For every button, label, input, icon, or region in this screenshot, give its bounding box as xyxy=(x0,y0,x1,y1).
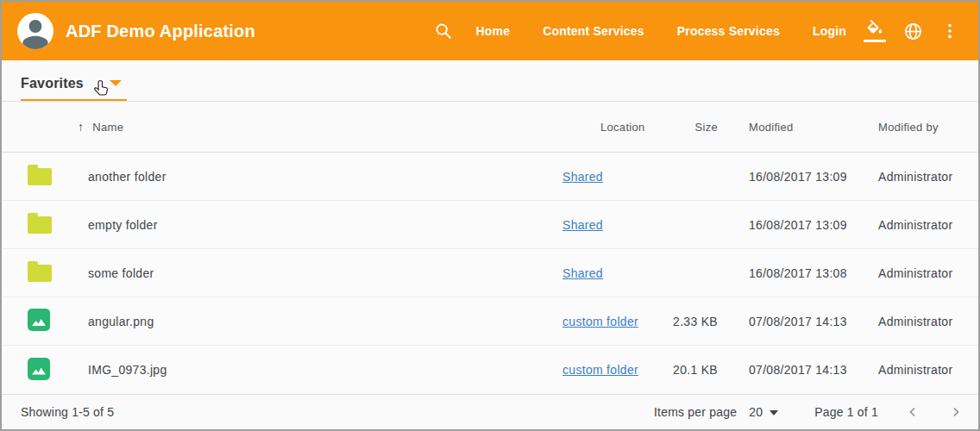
modified-date: 07/08/2017 14:13 xyxy=(725,315,878,328)
file-name: another folder xyxy=(88,170,562,184)
modified-by: Administrator xyxy=(878,266,978,280)
app-window: ADF Demo Application Home Content Servic… xyxy=(0,0,980,431)
location-link[interactable]: custom folder xyxy=(562,315,638,328)
globe-icon xyxy=(903,22,923,41)
theme-color-underline xyxy=(864,40,886,42)
file-size: 2.33 KB xyxy=(673,315,725,328)
location-link[interactable]: custom folder xyxy=(562,363,638,377)
nav-item-login[interactable]: Login xyxy=(813,24,846,38)
previous-page-button[interactable] xyxy=(904,403,921,421)
file-name: angular.png xyxy=(88,315,562,328)
table-row[interactable]: angular.png custom folder 2.33 KB 07/08/… xyxy=(2,297,978,346)
table-row[interactable]: empty folder Shared 16/08/2017 13:09 Adm… xyxy=(2,201,978,249)
modified-date: 07/08/2017 14:13 xyxy=(725,363,878,377)
items-per-page-value: 20 xyxy=(749,405,763,419)
showing-count-label: Showing 1-5 of 5 xyxy=(21,405,114,419)
modified-date: 16/08/2017 13:08 xyxy=(725,266,878,280)
app-title: ADF Demo Application xyxy=(66,22,255,41)
favorites-dropdown[interactable]: Favorites xyxy=(21,76,127,101)
location-link[interactable]: Shared xyxy=(562,266,603,280)
items-per-page-select[interactable]: Items per page 20 xyxy=(654,405,778,419)
next-page-button[interactable] xyxy=(947,403,964,421)
image-icon xyxy=(28,309,50,331)
view-selector-bar: Favorites xyxy=(2,60,978,102)
chevron-right-icon xyxy=(947,403,964,421)
sort-ascending-icon: ↑ xyxy=(78,120,84,134)
page-count-label: Page 1 of 1 xyxy=(814,405,878,419)
column-header-modified[interactable]: Modified xyxy=(725,121,878,134)
nav-item-home[interactable]: Home xyxy=(475,24,510,38)
nav-item-content-services[interactable]: Content Services xyxy=(543,24,644,38)
theme-color-fill-icon[interactable] xyxy=(864,20,886,42)
paginator-bar: Showing 1-5 of 5 Items per page 20 Page … xyxy=(2,394,978,429)
modified-by: Administrator xyxy=(878,218,978,232)
location-link[interactable]: Shared xyxy=(562,170,603,184)
dropdown-caret-icon xyxy=(110,80,122,86)
folder-icon xyxy=(28,265,52,282)
table-row[interactable]: IMG_0973.jpg custom folder 20.1 KB 07/08… xyxy=(2,346,978,394)
file-name: IMG_0973.jpg xyxy=(88,363,562,377)
table-header-row: ↑ Name Location Size Modified Modified b… xyxy=(2,102,978,153)
language-globe-icon[interactable] xyxy=(903,22,923,41)
nav-item-process-services[interactable]: Process Services xyxy=(677,24,780,38)
file-size: 20.1 KB xyxy=(673,363,725,377)
column-header-location[interactable]: Location xyxy=(562,121,673,134)
file-list: another folder Shared 16/08/2017 13:09 A… xyxy=(2,153,978,394)
modified-by: Administrator xyxy=(878,315,978,328)
folder-icon xyxy=(28,168,52,185)
favorites-label: Favorites xyxy=(21,76,84,91)
folder-icon xyxy=(28,216,52,234)
image-icon xyxy=(28,358,50,380)
modified-date: 16/08/2017 13:09 xyxy=(725,218,878,232)
search-icon[interactable] xyxy=(434,22,453,41)
column-header-modified-by[interactable]: Modified by xyxy=(878,121,978,134)
items-per-page-label: Items per page xyxy=(654,405,737,419)
modified-by: Administrator xyxy=(878,363,978,377)
column-header-size[interactable]: Size xyxy=(673,121,725,134)
user-avatar-icon xyxy=(18,15,53,49)
app-header: ADF Demo Application Home Content Servic… xyxy=(2,2,978,60)
table-row[interactable]: another folder Shared 16/08/2017 13:09 A… xyxy=(2,153,978,201)
modified-date: 16/08/2017 13:09 xyxy=(725,170,878,184)
table-row[interactable]: some folder Shared 16/08/2017 13:08 Admi… xyxy=(2,249,978,297)
paint-bucket-icon xyxy=(865,20,884,39)
main-nav: Home Content Services Process Services L… xyxy=(475,24,846,38)
more-menu-icon[interactable] xyxy=(940,22,959,41)
header-icon-group xyxy=(846,20,959,42)
location-link[interactable]: Shared xyxy=(562,218,603,232)
modified-by: Administrator xyxy=(878,170,978,184)
file-name: empty folder xyxy=(88,218,562,232)
items-per-page-caret-icon xyxy=(770,410,778,415)
vertical-dots-icon xyxy=(940,22,959,41)
file-name: some folder xyxy=(88,266,562,280)
column-header-name[interactable]: ↑ Name xyxy=(78,120,562,134)
app-logo-avatar[interactable] xyxy=(17,13,53,49)
chevron-left-icon xyxy=(904,403,921,421)
